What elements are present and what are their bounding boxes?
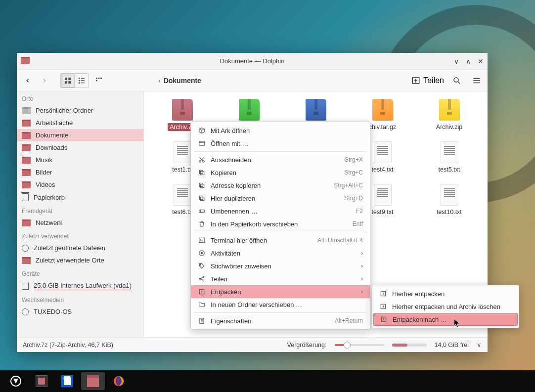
view-details-button[interactable] bbox=[92, 74, 106, 87]
sidebar-item[interactable]: Zuletzt verwendete Orte bbox=[17, 254, 143, 266]
activity-icon bbox=[198, 249, 206, 257]
sidebar-item[interactable]: Netzwerk bbox=[17, 217, 143, 229]
separator bbox=[194, 151, 367, 152]
svg-rect-11 bbox=[98, 78, 100, 79]
menu-item[interactable]: Hierher entpacken und Archiv löschen bbox=[372, 300, 519, 313]
folder-gray-icon bbox=[22, 107, 31, 114]
svg-rect-13 bbox=[96, 80, 97, 81]
menu-item[interactable]: Stichwörter zuweisen› bbox=[191, 260, 370, 272]
box-icon bbox=[198, 127, 206, 134]
menu-item-label: Stichwörter zuweisen bbox=[211, 262, 356, 270]
minimize-button[interactable]: ∨ bbox=[454, 57, 459, 65]
sidebar-item[interactable]: Dokumente bbox=[17, 129, 143, 141]
sidebar-item[interactable]: Persönlicher Ordner bbox=[17, 104, 143, 117]
sidebar-heading: Geräte bbox=[17, 266, 143, 279]
sidebar-item[interactable]: Downloads bbox=[17, 141, 143, 154]
sidebar-item[interactable]: Arbeitsfläche bbox=[17, 117, 143, 129]
menu-shortcut: F2 bbox=[356, 208, 363, 215]
archive-icon bbox=[439, 99, 460, 121]
folder-icon bbox=[22, 257, 31, 264]
file-item[interactable]: test10.txt bbox=[416, 183, 483, 216]
svg-rect-1 bbox=[68, 78, 71, 80]
folder-icon bbox=[22, 219, 31, 226]
taskbar-firefox[interactable] bbox=[107, 372, 131, 390]
file-item[interactable]: Archiv.zip bbox=[416, 98, 483, 131]
menu-item-label: Öffnen mit … bbox=[211, 140, 363, 147]
menu-item[interactable]: Entpacken nach … bbox=[373, 313, 518, 326]
breadcrumb-current[interactable]: Dokumente bbox=[164, 77, 201, 85]
svg-rect-27 bbox=[199, 170, 203, 174]
sidebar-item-label: 25,0 GiB Internes Laufwerk (vda1) bbox=[34, 282, 132, 290]
menu-item[interactable]: Entpacken› bbox=[191, 285, 370, 298]
svg-point-39 bbox=[203, 276, 204, 277]
svg-rect-10 bbox=[96, 78, 97, 79]
chevron-right-icon: › bbox=[361, 288, 363, 295]
svg-point-37 bbox=[200, 264, 201, 265]
sidebar-heading: Zuletzt verwendet bbox=[17, 229, 143, 242]
sidebar-item[interactable]: Zuletzt geöffnete Dateien bbox=[17, 242, 143, 254]
menu-item[interactable]: Hierher entpacken bbox=[372, 287, 519, 300]
chevron-right-icon: › bbox=[361, 262, 363, 269]
taskbar-store[interactable] bbox=[55, 372, 79, 390]
menu-item[interactable]: KopierenStrg+C bbox=[191, 166, 370, 179]
hamburger-menu-button[interactable] bbox=[470, 74, 484, 87]
svg-rect-32 bbox=[199, 210, 205, 213]
context-menu: Mit Ark öffnenÖffnen mit …AusschneidenSt… bbox=[190, 122, 370, 330]
folder-icon bbox=[22, 120, 31, 127]
menu-item[interactable]: In neuen Ordner verschieben … bbox=[191, 298, 370, 311]
sidebar-item[interactable]: Videos bbox=[17, 178, 143, 191]
taskbar-settings[interactable] bbox=[30, 372, 53, 390]
menu-item-label: Mit Ark öffnen bbox=[211, 127, 363, 134]
menu-item[interactable]: Öffnen mit … bbox=[191, 137, 370, 150]
taskbar-app-launcher[interactable] bbox=[4, 372, 28, 390]
file-item[interactable]: test5.txt bbox=[416, 141, 483, 174]
sidebar-item[interactable]: TUXEDO-OS bbox=[17, 305, 143, 318]
back-button[interactable] bbox=[21, 74, 35, 87]
menu-item[interactable]: Adresse kopierenStrg+Alt+C bbox=[191, 179, 370, 192]
disk-icon bbox=[22, 283, 29, 290]
menu-item[interactable]: AusschneidenStrg+X bbox=[191, 153, 370, 166]
menu-item[interactable]: Terminal hier öffnenAlt+Umschalt+F4 bbox=[191, 234, 370, 247]
split-view-label: Teilen bbox=[423, 76, 444, 85]
sidebar-item[interactable]: Musik bbox=[17, 154, 143, 166]
archive-icon bbox=[239, 99, 260, 121]
menu-shortcut: Strg+D bbox=[344, 195, 363, 202]
taskbar-dolphin[interactable] bbox=[81, 372, 105, 390]
menu-item[interactable]: Teilen› bbox=[191, 272, 370, 285]
close-button[interactable]: ✕ bbox=[478, 57, 484, 65]
sidebar-item-label: Musik bbox=[36, 156, 52, 164]
extract-submenu: Hierher entpackenHierher entpacken und A… bbox=[372, 285, 519, 328]
menu-item-label: Aktivitäten bbox=[211, 250, 356, 257]
view-icons-button[interactable] bbox=[61, 74, 75, 87]
sidebar-item[interactable]: 25,0 GiB Internes Laufwerk (vda1) bbox=[17, 279, 143, 293]
menu-item[interactable]: Umbenennen …F2 bbox=[191, 205, 370, 218]
zoom-slider[interactable] bbox=[335, 344, 384, 346]
titlebar[interactable]: Dokumente — Dolphin ∨ ∧ ✕ bbox=[17, 53, 488, 70]
menu-item[interactable]: In den Papierkorb verschiebenEntf bbox=[191, 218, 370, 230]
chevron-down-icon[interactable]: ∨ bbox=[477, 341, 482, 348]
menu-item[interactable]: Aktivitäten› bbox=[191, 247, 370, 260]
app-icon bbox=[21, 57, 30, 64]
menu-item[interactable]: Hier duplizierenStrg+D bbox=[191, 192, 370, 205]
rename-icon bbox=[198, 207, 206, 215]
maximize-button[interactable]: ∧ bbox=[466, 57, 471, 65]
forward-button[interactable] bbox=[38, 74, 51, 87]
text-file-icon bbox=[174, 184, 191, 206]
menu-item[interactable]: EigenschaftenAlt+Return bbox=[191, 314, 370, 327]
sidebar-item-label: TUXEDO-OS bbox=[34, 308, 72, 315]
split-view-button[interactable]: Teilen bbox=[411, 76, 444, 85]
sidebar-item[interactable]: Papierkorb bbox=[17, 191, 143, 204]
folder-icon bbox=[22, 132, 31, 139]
view-compact-button[interactable] bbox=[75, 74, 89, 87]
svg-rect-9 bbox=[81, 83, 85, 83]
dup-icon bbox=[198, 194, 206, 202]
svg-rect-0 bbox=[65, 78, 67, 80]
extract-icon bbox=[379, 290, 387, 298]
sidebar-item-label: Downloads bbox=[36, 144, 67, 151]
sidebar-item[interactable]: Bilder bbox=[17, 166, 143, 178]
menu-item-label: Kopieren bbox=[211, 169, 339, 176]
breadcrumb[interactable]: › Dokumente bbox=[109, 77, 408, 85]
search-button[interactable] bbox=[450, 74, 464, 87]
menu-item[interactable]: Mit Ark öffnen bbox=[191, 124, 370, 137]
file-label: test10.txt bbox=[435, 208, 464, 216]
